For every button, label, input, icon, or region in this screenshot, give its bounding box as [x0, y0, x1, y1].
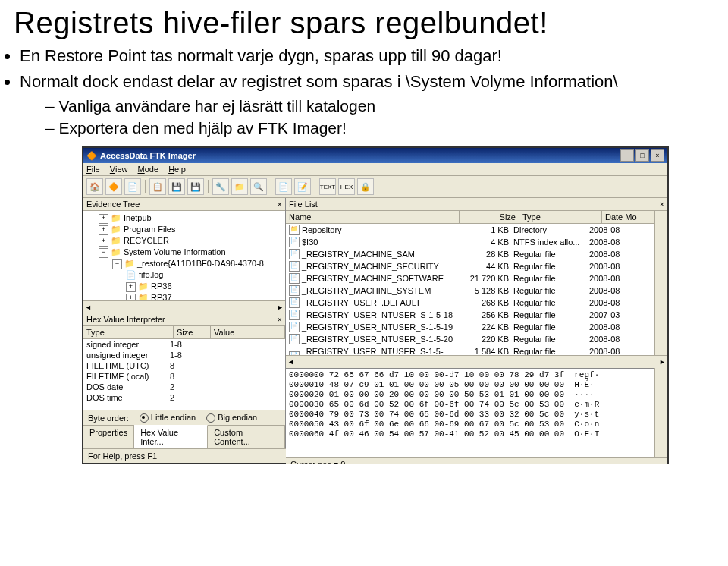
file-row[interactable]: 📄_REGISTRY_USER_.DEFAULT268 KBRegular fi… — [286, 297, 654, 309]
menu-bar: File View Mode Help — [83, 163, 667, 176]
evidence-tree[interactable]: +📁Inetpub +📁Program Files +📁RECYCLER −📁S… — [83, 211, 285, 300]
sub-bullet-2: Exportera den med hjälp av FTK Imager! — [46, 118, 728, 139]
file-icon: 📄 — [289, 334, 300, 344]
file-list-hscroll[interactable]: ◄► — [286, 355, 667, 368]
toolbar: 🏠 🔶 📄 📋 💾 💾 🔧 📁 🔍 📄 📝 TEXT HEX 🔒 — [83, 176, 667, 198]
tool-1[interactable]: 🏠 — [86, 178, 103, 195]
tool-8[interactable]: 📁 — [231, 178, 248, 195]
tab-properties[interactable]: Properties — [83, 426, 134, 448]
tool-7[interactable]: 🔧 — [212, 178, 229, 195]
file-list[interactable]: Name Size Type Date Mo 📁Repository1 KBDi… — [286, 211, 654, 355]
file-row[interactable]: 📄_REGISTRY_USER_NTUSER_S-1-5-20220 KBReg… — [286, 333, 654, 345]
hv-col-value[interactable]: Value — [211, 326, 285, 338]
file-icon: 📄 — [289, 249, 300, 259]
file-row[interactable]: 📄_REGISTRY_USER_NTUSER_S-1-5-18256 KBReg… — [286, 309, 654, 321]
app-icon: 🔶 — [86, 151, 97, 161]
file-row[interactable]: 📁Repository1 KBDirectory2008-08 — [286, 224, 654, 236]
file-icon: 📄 — [289, 273, 300, 284]
title-bar: 🔶AccessData FTK Imager _ □ × — [83, 148, 667, 163]
hex-dump[interactable]: 0000000 72 65 67 66 d7 10 00 00-d7 10 00… — [286, 368, 654, 457]
tool-11[interactable]: 📝 — [294, 178, 311, 195]
tab-custom-content[interactable]: Custom Content... — [208, 426, 285, 448]
tool-text[interactable]: TEXT — [319, 178, 336, 195]
file-list-close-icon[interactable]: × — [660, 200, 664, 209]
fl-col-name[interactable]: Name — [286, 211, 460, 223]
tool-10[interactable]: 📄 — [275, 178, 292, 195]
file-row[interactable]: 📄_REGISTRY_MACHINE_SAM28 KBRegular file2… — [286, 248, 654, 260]
fl-col-date[interactable]: Date Mo — [602, 211, 654, 223]
bullet-1: En Restore Point tas normalt varje dygn,… — [20, 45, 728, 68]
tool-2[interactable]: 🔶 — [105, 178, 122, 195]
file-row[interactable]: 📄_REGISTRY_MACHINE_SOFTWARE21 720 KBRegu… — [286, 272, 654, 285]
evidence-tree-label: Evidence Tree — [86, 200, 140, 209]
cursor-panel: Cursor pos = 0 — [286, 457, 667, 464]
file-row[interactable]: 📄_REGISTRY_USER_NTUSER_S-1-5-19224 KBReg… — [286, 321, 654, 333]
menu-file[interactable]: File — [86, 165, 100, 174]
file-icon: 📄 — [289, 285, 300, 296]
tool-6[interactable]: 💾 — [187, 178, 204, 195]
file-list-vscroll[interactable] — [654, 211, 667, 355]
tool-9[interactable]: 🔍 — [250, 178, 267, 195]
fl-col-size[interactable]: Size — [460, 211, 519, 223]
page-title: Registrets hive-filer spars regelbundet! — [0, 0, 728, 45]
menu-mode[interactable]: Mode — [138, 165, 159, 174]
hv-col-type[interactable]: Type — [83, 326, 174, 338]
file-icon: 📄 — [289, 310, 300, 320]
byte-order-panel: Byte order: Little endian Big endian — [83, 410, 285, 425]
bullet-list: En Restore Point tas normalt varje dygn,… — [20, 45, 728, 139]
tool-12[interactable]: 🔒 — [357, 178, 374, 195]
file-icon: 📄 — [289, 261, 300, 272]
app-title: AccessData FTK Imager — [100, 151, 196, 160]
minimize-button[interactable]: _ — [620, 149, 634, 162]
file-row[interactable]: 📄$I304 KBNTFS index allo...2008-08 — [286, 236, 654, 248]
file-icon: 📄 — [289, 237, 300, 247]
hex-interpreter-close-icon[interactable]: × — [278, 315, 282, 324]
tool-5[interactable]: 💾 — [168, 178, 185, 195]
radio-big-endian[interactable]: Big endian — [206, 413, 257, 423]
hex-interpreter-table[interactable]: signed integer1-8 unsigned integer1-8 FI… — [83, 339, 285, 410]
hex-interpreter-label: Hex Value Interpreter — [86, 315, 165, 324]
file-row[interactable]: 📄_REGISTRY_MACHINE_SYSTEM5 128 KBRegular… — [286, 285, 654, 297]
bottom-tabs: Properties Hex Value Inter... Custom Con… — [83, 425, 285, 448]
bullet-2: Normalt dock endast delar av registret s… — [20, 71, 728, 139]
close-button[interactable]: × — [651, 149, 664, 162]
evidence-tree-header: Evidence Tree × — [83, 198, 285, 211]
maximize-button[interactable]: □ — [635, 149, 649, 162]
hex-vscroll[interactable] — [654, 368, 667, 457]
tool-4[interactable]: 📋 — [149, 178, 166, 195]
file-list-label: File List — [289, 200, 318, 209]
byte-order-label: Byte order: — [88, 413, 129, 423]
file-row[interactable]: 📄_REGISTRY_USER_NTUSER_S-1-5-21...1 584 … — [286, 345, 654, 355]
radio-little-endian[interactable]: Little endian — [140, 413, 196, 423]
fl-col-type[interactable]: Type — [519, 211, 602, 223]
file-row[interactable]: 📄_REGISTRY_MACHINE_SECURITY44 KBRegular … — [286, 260, 654, 272]
tree-hscroll[interactable]: ◄► — [83, 300, 285, 313]
menu-help[interactable]: Help — [168, 165, 186, 174]
hex-interpreter-header: Hex Value Interpreter × — [83, 313, 285, 326]
evidence-tree-close-icon[interactable]: × — [278, 200, 282, 209]
file-icon: 📄 — [289, 322, 300, 332]
file-icon: 📁 — [289, 225, 300, 235]
menu-view[interactable]: View — [110, 165, 128, 174]
tab-hex-value[interactable]: Hex Value Inter... — [134, 425, 208, 448]
sub-bullet-1: Vanliga användare har ej läsrätt till ka… — [46, 96, 728, 117]
tool-3[interactable]: 📄 — [124, 178, 141, 195]
cursor-pos: Cursor pos = 0 — [290, 460, 345, 464]
ftk-imager-window: 🔶AccessData FTK Imager _ □ × File View M… — [82, 146, 669, 464]
tool-hex[interactable]: HEX — [338, 178, 355, 195]
file-list-header: File List × — [286, 198, 667, 211]
hv-col-size[interactable]: Size — [174, 326, 211, 338]
file-icon: 📄 — [289, 297, 300, 308]
status-text: For Help, press F1 — [88, 451, 157, 461]
